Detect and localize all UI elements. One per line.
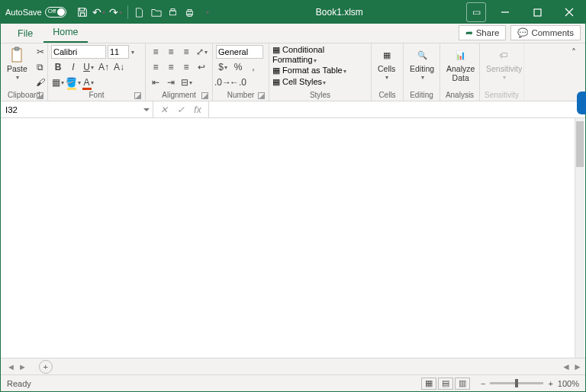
maximize-button[interactable] [521,1,553,24]
new-sheet-button[interactable]: + [39,360,53,374]
hscroll-right-icon[interactable]: ► [573,361,582,372]
orientation-icon[interactable]: ⤢▾ [195,45,208,59]
accounting-icon[interactable]: $▾ [216,60,230,74]
conditional-formatting-icon: ▦ [272,45,280,54]
bold-button[interactable]: B [51,60,65,74]
align-left-icon[interactable]: ≡ [149,60,163,74]
cells-button[interactable]: ▦Cells▾ [375,45,398,82]
format-table-button[interactable]: ▦ Format as Table▾ [272,66,346,76]
autosave-label: AutoSave [5,8,42,17]
font-size-select[interactable] [108,45,129,59]
merge-icon[interactable]: ⊟▾ [179,76,193,89]
toggle-off-icon: Off [45,7,66,18]
underline-button[interactable]: U▾ [82,60,95,74]
sheet-prev-icon[interactable]: ◄ [7,362,15,371]
italic-button[interactable]: I [66,60,80,74]
cell-styles-button[interactable]: ▦ Cell Styles▾ [272,77,326,87]
status-bar: Ready ▦ ▤ ▥ − + 100% [1,374,585,391]
zoom-level[interactable]: 100% [558,379,579,388]
svg-rect-6 [534,9,541,16]
copy-icon[interactable]: ⧉ [34,60,47,74]
comma-icon[interactable]: , [246,60,260,74]
number-format-select[interactable] [216,45,263,59]
ribbon-display-icon[interactable]: ▭ [466,2,486,22]
cancel-icon[interactable]: ✕ [156,104,172,115]
cut-icon[interactable]: ✂ [34,45,47,59]
redo-icon[interactable]: ↷▾ [111,7,121,18]
titlebar: AutoSave Off ↶▾ ↷▾ ▾ Book1.xlsm ▭ [1,1,585,24]
find-icon: 🔍 [414,47,430,63]
increase-indent-icon[interactable]: ⇥ [164,76,178,89]
clipboard-icon [8,47,25,63]
worksheet-grid[interactable] [1,118,585,358]
page-break-icon[interactable]: ▥ [455,378,470,390]
fx-icon[interactable]: fx [190,104,205,115]
dialog-launcher-icon[interactable] [201,92,208,99]
zoom-out-button[interactable]: − [481,379,485,388]
borders-icon[interactable]: ▦▾ [51,76,65,89]
formula-input[interactable] [209,101,573,117]
print-icon[interactable] [185,7,195,18]
align-middle-icon[interactable]: ≡ [164,45,178,59]
hscroll-left-icon[interactable]: ◄ [562,361,571,372]
sheet-next-icon[interactable]: ► [18,362,27,371]
align-top-icon[interactable]: ≡ [149,45,163,59]
wrap-text-icon[interactable]: ↩ [195,60,208,74]
percent-icon[interactable]: % [231,60,245,74]
collapse-ribbon-icon[interactable]: ˄ [567,46,581,59]
align-center-icon[interactable]: ≡ [164,60,178,74]
window-title: Book1.xlsm [213,7,466,18]
font-name-select[interactable] [51,45,106,59]
tab-file[interactable]: File [8,25,42,43]
increase-font-icon[interactable]: A↑ [97,60,111,74]
dialog-launcher-icon[interactable] [37,92,43,99]
side-handle-icon[interactable] [577,92,586,114]
conditional-formatting-button[interactable]: ▦ Conditional Formatting▾ [272,45,368,64]
editing-button[interactable]: 🔍Editing▾ [407,45,437,82]
analyze-icon: 📊 [452,47,469,63]
qat-customize-icon[interactable]: ▾ [202,7,213,18]
dialog-launcher-icon[interactable] [134,92,141,99]
zoom-slider[interactable] [490,382,543,384]
share-button[interactable]: ➦Share [459,25,507,40]
increase-decimal-icon[interactable]: .0→ [216,76,230,89]
vertical-scrollbar[interactable] [575,118,584,358]
align-right-icon[interactable]: ≡ [179,60,193,74]
comments-button[interactable]: 💬Comments [510,25,581,40]
decrease-font-icon[interactable]: A↓ [112,60,126,74]
cells-icon: ▦ [378,47,395,63]
font-color-icon[interactable]: A▾ [82,76,95,89]
decrease-decimal-icon[interactable]: ←.0 [231,76,245,89]
page-layout-icon[interactable]: ▤ [438,378,453,390]
group-styles: ▦ Conditional Formatting▾ ▦ Format as Ta… [269,43,372,101]
sensitivity-icon: 🏷 [496,47,513,63]
paste-button[interactable]: Paste▾ [4,45,31,82]
svg-rect-9 [12,49,21,62]
zoom-in-button[interactable]: + [548,379,552,388]
fill-color-icon[interactable]: 🪣▾ [66,76,80,89]
decrease-indent-icon[interactable]: ⇤ [149,76,163,89]
name-box[interactable]: I32 [1,101,153,117]
group-sensitivity: 🏷Sensitivity▾ Sensitivity [480,43,524,101]
save-icon[interactable] [77,7,88,18]
dialog-launcher-icon[interactable] [258,92,265,99]
comment-icon: 💬 [517,27,528,38]
svg-rect-3 [188,9,192,11]
tab-home[interactable]: Home [43,24,87,43]
quick-access-toolbar: ↶▾ ↷▾ ▾ [77,5,213,19]
open-icon[interactable] [151,7,162,18]
svg-rect-10 [14,47,19,50]
undo-icon[interactable]: ↶▾ [94,7,105,18]
normal-view-icon[interactable]: ▦ [421,378,436,390]
format-painter-icon[interactable]: 🖌 [34,76,47,89]
sheet-tab-bar: ◄► + ◄ ► [1,358,585,374]
print-preview-icon[interactable] [168,7,179,18]
autosave-toggle[interactable]: AutoSave Off [5,7,66,18]
minimize-button[interactable] [489,1,521,24]
analyze-data-button[interactable]: 📊Analyze Data [443,45,478,84]
new-file-icon[interactable] [134,7,145,18]
align-bottom-icon[interactable]: ≡ [179,45,193,59]
enter-icon[interactable]: ✓ [173,104,188,115]
status-ready: Ready [7,379,31,388]
close-button[interactable] [553,1,585,24]
